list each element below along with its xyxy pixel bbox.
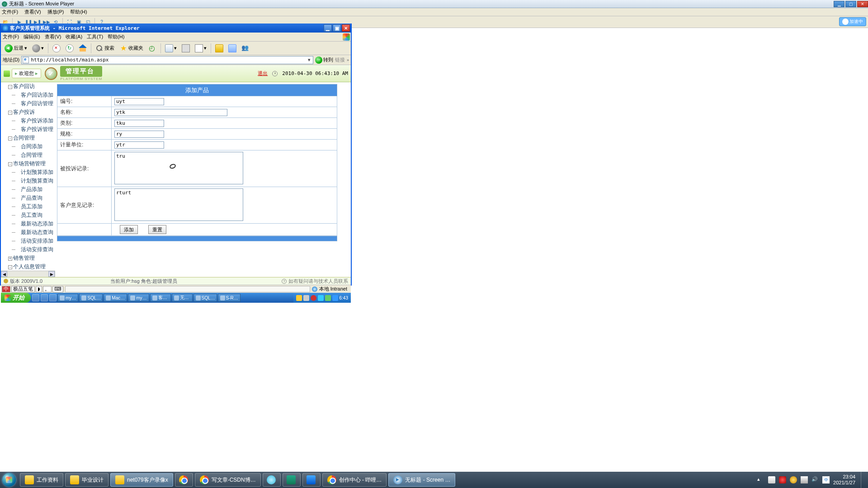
links-label[interactable]: 链接 [335, 56, 345, 63]
tree-item[interactable]: 客户投诉添加 [1, 117, 55, 125]
tree-item[interactable]: 员工添加 [1, 202, 55, 211]
win7-taskbar-item[interactable] [263, 473, 281, 487]
tree-item[interactable]: 产品查询 [1, 194, 55, 202]
stop-button[interactable] [51, 43, 62, 53]
tray-shield-icon[interactable] [779, 476, 786, 483]
tray-ime-icon[interactable]: 中 [822, 476, 830, 483]
tree-item[interactable]: 活动安排添加 [1, 237, 55, 245]
chevron-right-icon[interactable]: » [347, 58, 349, 62]
tree-toggle-icon[interactable]: - [8, 162, 12, 166]
logout-link[interactable]: 退出 [258, 70, 268, 77]
ie-close-button[interactable]: ✕ [342, 24, 350, 32]
tray-icon[interactable] [296, 295, 302, 301]
add-button[interactable]: 添加 [120, 225, 138, 234]
tree-item[interactable]: 客户投诉管理 [1, 125, 55, 134]
tree-item[interactable]: 最新动态查询 [1, 228, 55, 237]
ie-menu-favorites[interactable]: 收藏(A) [66, 33, 82, 40]
tree-item[interactable]: +销售管理 [1, 254, 55, 263]
quicklaunch-icon[interactable] [49, 294, 57, 301]
tree-item[interactable]: 计划预算添加 [1, 168, 55, 177]
tree-toggle-icon[interactable]: - [8, 265, 12, 269]
ime-punct-icon[interactable]: 。 [43, 286, 52, 292]
forward-button[interactable]: ▾ [30, 43, 46, 53]
tree-toggle-icon[interactable]: - [8, 136, 12, 141]
ie-menu-tools[interactable]: 工具(T) [87, 33, 103, 40]
show-desktop-button[interactable] [861, 472, 865, 488]
tree-item[interactable]: -市场营销管理 [1, 160, 55, 168]
address-input[interactable] [31, 57, 306, 63]
tray-icon[interactable] [303, 295, 309, 301]
tray-icon[interactable] [311, 295, 316, 301]
ie-menu-help[interactable]: 帮助(H) [108, 33, 124, 40]
tray-icon[interactable] [318, 295, 324, 301]
history-button[interactable] [146, 43, 158, 53]
xp-taskbar-item[interactable]: Mac… [104, 294, 127, 302]
discuss-button[interactable] [226, 43, 238, 53]
win7-taskbar-item[interactable]: 写文章-CSDN博… [195, 473, 261, 487]
tree-hscrollbar[interactable]: ◀ ▶ [1, 271, 55, 277]
ime-name[interactable]: 极品五笔 [11, 286, 35, 292]
win7-taskbar-item[interactable] [175, 473, 193, 487]
tree-item[interactable]: 客户回访添加 [1, 91, 55, 99]
tray-up-icon[interactable]: ▴ [757, 476, 764, 483]
ime-cn-icon[interactable]: 中 [2, 286, 10, 292]
go-button[interactable]: 转到 [315, 56, 333, 64]
tree-item[interactable]: 合同添加 [1, 142, 55, 151]
player-menu-file[interactable]: 文件(F) [2, 9, 18, 15]
xp-taskbar-item[interactable]: my… [57, 294, 78, 302]
ie-menu-view[interactable]: 查看(V) [45, 33, 61, 40]
ime-half-icon[interactable]: ◗ [36, 286, 42, 292]
tree-item[interactable]: 计划预算查询 [1, 177, 55, 185]
xp-taskbar-item[interactable]: SQL… [193, 294, 217, 302]
ime-softkb-icon[interactable]: ⌨ [52, 286, 63, 292]
tray-icon[interactable] [332, 295, 338, 301]
tree-item[interactable]: 员工查询 [1, 211, 55, 220]
tree-item[interactable]: 合同管理 [1, 151, 55, 160]
player-minimize-button[interactable]: ▁ [834, 1, 844, 7]
address-dropdown-icon[interactable]: ▾ [306, 57, 313, 63]
input-name[interactable] [114, 109, 227, 116]
tree-item[interactable]: -个人信息管理 [1, 263, 55, 271]
mail-button[interactable]: ▾ [163, 43, 179, 53]
win7-taskbar-item[interactable]: 工作资料 [20, 473, 63, 487]
tray-icon[interactable] [325, 295, 331, 301]
textarea-feedback[interactable]: rturt [114, 188, 243, 221]
win7-taskbar-item[interactable]: 毕业设计 [65, 473, 108, 487]
refresh-button[interactable] [64, 43, 75, 53]
tree-item[interactable]: 客户回访管理 [1, 99, 55, 108]
address-input-wrapper[interactable]: ▾ [21, 56, 313, 64]
xp-taskbar-item[interactable]: 客… [150, 294, 171, 302]
xp-start-button[interactable]: 开始 [1, 293, 31, 303]
xp-taskbar-item[interactable]: 无… [172, 294, 193, 302]
home-button[interactable] [77, 43, 89, 53]
tree-item[interactable]: -合同管理 [1, 134, 55, 142]
xp-taskbar-item[interactable]: S-R… [218, 294, 241, 302]
back-button[interactable]: 后退▾ [3, 43, 29, 53]
ie-menu-file[interactable]: 文件(F) [3, 33, 19, 40]
input-spec[interactable] [114, 131, 164, 138]
tree-toggle-icon[interactable]: + [8, 257, 12, 261]
nav-tree[interactable]: -客户回访客户回访添加客户回访管理-客户投诉客户投诉添加客户投诉管理-合同管理合… [1, 82, 55, 271]
tree-toggle-icon[interactable]: - [8, 85, 12, 89]
scroll-right-icon[interactable]: ▶ [48, 271, 55, 277]
tree-item[interactable]: -客户投诉 [1, 108, 55, 117]
textarea-complaint[interactable]: tru [114, 152, 243, 184]
ie-menu-edit[interactable]: 编辑(E) [24, 33, 40, 40]
win7-clock[interactable]: 23:04 2021/1/27 [833, 474, 855, 486]
player-menu-view[interactable]: 查看(V) [24, 9, 41, 15]
reset-button[interactable]: 重置 [148, 225, 166, 234]
ie-minimize-button[interactable]: ▁ [324, 24, 332, 32]
scroll-left-icon[interactable]: ◀ [1, 271, 7, 277]
messenger-button[interactable] [240, 43, 251, 53]
tree-item[interactable]: 活动安排查询 [1, 245, 55, 254]
tree-toggle-icon[interactable]: - [8, 111, 12, 115]
tree-item[interactable]: -客户回访 [1, 82, 55, 91]
quicklaunch-icon[interactable] [32, 294, 39, 301]
player-maximize-button[interactable]: ▢ [845, 1, 856, 7]
favorites-button[interactable]: 收藏夹 [118, 43, 145, 53]
quicklaunch-icon[interactable] [41, 294, 48, 301]
edit-button[interactable]: ▾ [193, 43, 208, 53]
tray-sync-icon[interactable] [790, 476, 797, 483]
win7-taskbar-item[interactable]: net079客户录像x [110, 473, 173, 487]
player-menu-help[interactable]: 帮助(H) [70, 9, 87, 15]
